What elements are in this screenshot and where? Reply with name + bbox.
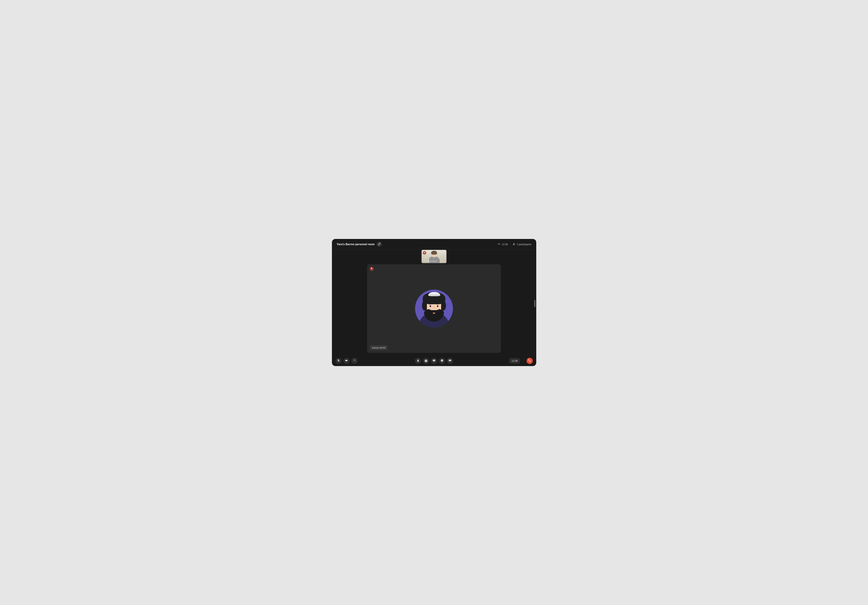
self-video-thumbnail[interactable]: Yara Barros (you) bbox=[422, 250, 447, 263]
phone-hangup-icon bbox=[528, 359, 531, 363]
svg-rect-17 bbox=[441, 360, 442, 361]
participant-name-badge: Somun Ae-Ri bbox=[370, 345, 388, 350]
live-time-group: 12:38 bbox=[498, 243, 508, 246]
svg-rect-18 bbox=[442, 360, 443, 361]
header-right: 12:38 2 participants bbox=[498, 243, 531, 246]
participants-group[interactable]: 2 participants bbox=[513, 243, 531, 246]
mic-muted-icon bbox=[337, 359, 340, 363]
footer-right: 12:38 bbox=[509, 358, 533, 364]
lock-icon bbox=[417, 359, 420, 363]
lock-room-button[interactable] bbox=[415, 358, 421, 364]
copy-link-button[interactable] bbox=[377, 242, 382, 247]
header-bar: Yara's Barros personal room bbox=[332, 239, 536, 250]
room-title: Yara's Barros personal room bbox=[337, 243, 375, 246]
layout-button[interactable] bbox=[439, 358, 445, 364]
chat-icon bbox=[448, 359, 451, 363]
header-time: 12:38 bbox=[502, 243, 508, 246]
chat-button[interactable] bbox=[447, 358, 453, 364]
self-mic-muted-badge bbox=[423, 251, 426, 254]
share-screen-button[interactable] bbox=[431, 358, 437, 364]
participants-icon bbox=[513, 243, 515, 246]
participant-avatar bbox=[415, 290, 453, 327]
end-call-button[interactable] bbox=[527, 358, 533, 364]
svg-point-2 bbox=[515, 243, 515, 244]
share-screen-icon bbox=[432, 359, 436, 363]
svg-point-16 bbox=[441, 359, 443, 362]
svg-rect-12 bbox=[345, 360, 347, 361]
call-duration: 12:38 bbox=[509, 358, 520, 364]
microphone-toggle-button[interactable] bbox=[335, 358, 342, 364]
header-left: Yara's Barros personal room bbox=[337, 242, 382, 247]
effects-button[interactable] bbox=[351, 358, 358, 364]
scrollbar-thumb[interactable] bbox=[534, 300, 535, 307]
mic-muted-icon bbox=[423, 251, 426, 254]
svg-point-1 bbox=[513, 243, 514, 244]
main-area: Yara Barros (you) bbox=[332, 250, 536, 356]
video-call-window: Yara's Barros personal room bbox=[332, 239, 536, 366]
participants-text: 2 participants bbox=[517, 243, 531, 246]
svg-rect-13 bbox=[417, 360, 419, 361]
sparkle-icon bbox=[353, 359, 356, 363]
live-icon bbox=[498, 243, 500, 246]
mic-muted-icon bbox=[370, 267, 373, 270]
footer-center bbox=[415, 358, 453, 364]
layout-icon bbox=[440, 359, 443, 363]
footer-bar: 12:38 bbox=[332, 356, 536, 366]
self-label: Yara Barros (you) bbox=[423, 260, 438, 262]
link-icon bbox=[378, 243, 381, 246]
main-participant-tile[interactable]: Somun Ae-Ri bbox=[367, 264, 501, 353]
record-icon bbox=[425, 360, 428, 362]
camera-toggle-button[interactable] bbox=[343, 358, 350, 364]
camera-icon bbox=[345, 359, 348, 363]
record-button[interactable] bbox=[423, 358, 429, 364]
svg-point-0 bbox=[499, 244, 499, 244]
participant-mic-muted-badge bbox=[370, 267, 374, 271]
footer-left bbox=[335, 358, 358, 364]
